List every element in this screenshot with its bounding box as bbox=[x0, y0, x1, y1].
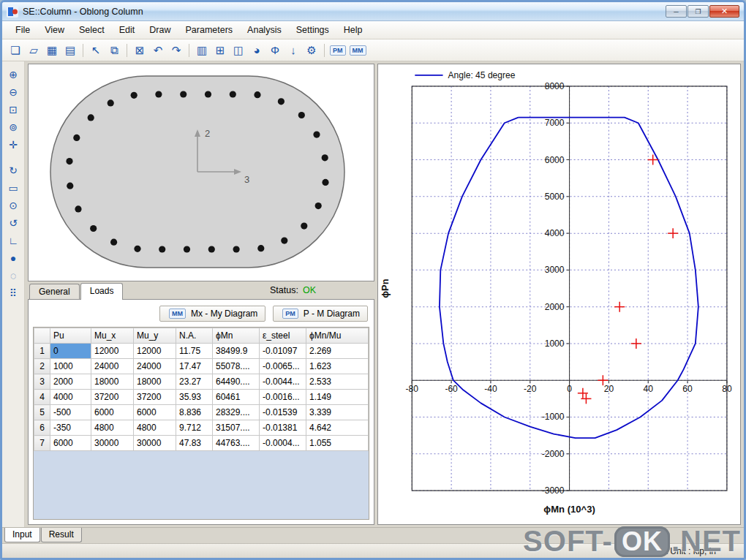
undo-icon[interactable]: ↶ bbox=[149, 42, 167, 58]
zoom-out-icon[interactable]: ⊖ bbox=[4, 85, 22, 99]
table-cell[interactable]: 44763.... bbox=[213, 436, 260, 451]
table-cell[interactable]: 17.47 bbox=[176, 359, 213, 374]
table-cell[interactable]: 30000 bbox=[134, 436, 176, 451]
table-cell[interactable]: -500 bbox=[50, 405, 91, 420]
table-cell[interactable]: 35.93 bbox=[176, 390, 213, 405]
table-cell[interactable]: 12000 bbox=[134, 344, 176, 359]
mm-diagram-icon[interactable]: MM bbox=[350, 45, 366, 56]
menu-item-parameters[interactable]: Parameters bbox=[178, 22, 241, 38]
table-cell[interactable]: -0.0004... bbox=[260, 436, 306, 451]
row-header[interactable]: 7 bbox=[34, 436, 50, 451]
table-cell[interactable]: 37200 bbox=[91, 390, 134, 405]
p-m-diagram-button[interactable]: PM P - M Diagram bbox=[273, 306, 368, 322]
table-cell[interactable]: 3.339 bbox=[306, 405, 369, 420]
menu-item-help[interactable]: Help bbox=[336, 22, 370, 38]
rectangle-tool-icon[interactable]: ▭ bbox=[4, 181, 22, 195]
table-cell[interactable]: -0.0065... bbox=[260, 359, 306, 374]
table-cell[interactable]: 60461 bbox=[213, 390, 260, 405]
column-table-icon[interactable]: ▥ bbox=[193, 42, 211, 58]
delete-icon[interactable]: ⊠ bbox=[131, 42, 148, 58]
table-cell[interactable]: 37200 bbox=[134, 390, 176, 405]
table-cell[interactable]: 23.27 bbox=[176, 374, 213, 390]
menu-item-select[interactable]: Select bbox=[72, 22, 112, 38]
table-cell[interactable]: 0 bbox=[50, 344, 91, 359]
table-cell[interactable]: 1.149 bbox=[306, 390, 369, 405]
column-header[interactable]: Pu bbox=[50, 328, 91, 344]
column-header[interactable]: ϕMn/Mu bbox=[306, 328, 369, 344]
new-file-icon[interactable]: ❏ bbox=[7, 42, 24, 58]
column-header[interactable]: ϕMn bbox=[213, 328, 260, 344]
table-cell[interactable]: 4.642 bbox=[306, 420, 369, 436]
row-header[interactable]: 6 bbox=[34, 420, 50, 436]
axes-diagram-icon[interactable]: ⊞ bbox=[211, 42, 229, 58]
table-cell[interactable]: 11.75 bbox=[176, 344, 213, 359]
table-cell[interactable]: -350 bbox=[50, 420, 91, 436]
row-header[interactable]: 3 bbox=[34, 374, 50, 390]
menu-item-analysis[interactable]: Analysis bbox=[240, 22, 289, 38]
menu-item-settings[interactable]: Settings bbox=[289, 22, 336, 38]
angle-tool-icon[interactable]: ↻ bbox=[4, 163, 22, 178]
table-cell[interactable]: -0.0044... bbox=[260, 374, 306, 390]
menu-item-draw[interactable]: Draw bbox=[142, 22, 178, 38]
rotate-tool-icon[interactable]: ↺ bbox=[4, 216, 22, 230]
table-cell[interactable]: 1.623 bbox=[306, 359, 369, 374]
row-header[interactable]: 4 bbox=[34, 390, 50, 405]
table-cell[interactable]: 24000 bbox=[91, 359, 134, 374]
clock-icon[interactable]: ◕ bbox=[248, 42, 265, 58]
table-cell[interactable]: -0.01539 bbox=[260, 405, 306, 420]
table-cell[interactable]: 64490.... bbox=[213, 374, 260, 390]
mx-my-diagram-button[interactable]: MM Mx - My Diagram bbox=[159, 306, 265, 322]
menu-item-edit[interactable]: Edit bbox=[112, 22, 143, 38]
table-cell[interactable]: 24000 bbox=[134, 359, 176, 374]
open-folder-icon[interactable]: ▱ bbox=[25, 42, 42, 58]
tab-input[interactable]: Input bbox=[4, 528, 40, 542]
table-cell[interactable]: 6000 bbox=[134, 405, 176, 420]
table-cell[interactable]: 28329.... bbox=[213, 405, 260, 420]
table-cell[interactable]: 2.269 bbox=[306, 344, 369, 359]
table-cell[interactable]: 18000 bbox=[91, 374, 134, 390]
column-header[interactable]: Mu_y bbox=[134, 328, 176, 344]
minimize-button[interactable]: ─ bbox=[666, 5, 687, 18]
print-icon[interactable]: ▤ bbox=[61, 42, 79, 58]
table-cell[interactable]: 2.533 bbox=[306, 374, 369, 390]
menu-item-file[interactable]: File bbox=[8, 22, 37, 38]
zoom-window-icon[interactable]: ⊡ bbox=[4, 102, 22, 117]
corner-tool-icon[interactable]: ∟ bbox=[4, 233, 22, 248]
table-cell[interactable]: 12000 bbox=[91, 344, 134, 359]
row-header[interactable]: 1 bbox=[34, 344, 50, 359]
grid-points-tool-icon[interactable]: ⠿ bbox=[4, 286, 22, 300]
save-icon[interactable]: ▦ bbox=[43, 42, 61, 58]
zoom-extents-icon[interactable]: ⊚ bbox=[4, 120, 22, 135]
table-cell[interactable]: 9.712 bbox=[176, 420, 213, 436]
report-book-icon[interactable]: ◫ bbox=[230, 42, 247, 58]
column-header[interactable]: N.A. bbox=[176, 328, 213, 344]
phi-circle-icon[interactable]: Φ bbox=[266, 42, 284, 58]
title-bar[interactable]: SE::Column - Oblong Column ─ ❐ ✕ bbox=[2, 2, 744, 21]
settings-gear-icon[interactable]: ⚙ bbox=[303, 42, 320, 58]
table-cell[interactable]: -0.0016... bbox=[260, 390, 306, 405]
circle-tool-icon[interactable]: ⊙ bbox=[4, 198, 22, 213]
column-header[interactable]: ε_steel bbox=[260, 328, 306, 344]
row-header[interactable]: 2 bbox=[34, 359, 50, 374]
table-cell[interactable]: 6000 bbox=[91, 405, 134, 420]
tab-general[interactable]: General bbox=[29, 284, 80, 299]
close-button[interactable]: ✕ bbox=[709, 5, 739, 18]
point-tool-icon[interactable]: ● bbox=[4, 251, 22, 265]
table-cell[interactable]: 1.055 bbox=[306, 436, 369, 451]
table-cell[interactable]: 47.83 bbox=[176, 436, 213, 451]
tab-loads[interactable]: Loads bbox=[80, 283, 124, 300]
table-cell[interactable]: 38499.9 bbox=[213, 344, 260, 359]
table-cell[interactable]: 2000 bbox=[50, 374, 91, 390]
down-arrow-icon[interactable]: ↓ bbox=[285, 42, 302, 58]
dashed-circle-tool-icon[interactable]: ◌ bbox=[4, 268, 22, 283]
select-cursor-icon[interactable]: ↖ bbox=[87, 42, 105, 58]
select-window-icon[interactable]: ⧉ bbox=[105, 42, 123, 58]
column-header[interactable]: Mu_x bbox=[91, 328, 134, 344]
redo-icon[interactable]: ↷ bbox=[167, 42, 185, 58]
table-cell[interactable]: -0.01381 bbox=[260, 420, 306, 436]
table-cell[interactable]: -0.01097 bbox=[260, 344, 306, 359]
menu-item-view[interactable]: View bbox=[37, 22, 72, 38]
tab-result[interactable]: Result bbox=[41, 528, 82, 542]
table-cell[interactable]: 4800 bbox=[91, 420, 134, 436]
table-cell[interactable]: 18000 bbox=[134, 374, 176, 390]
